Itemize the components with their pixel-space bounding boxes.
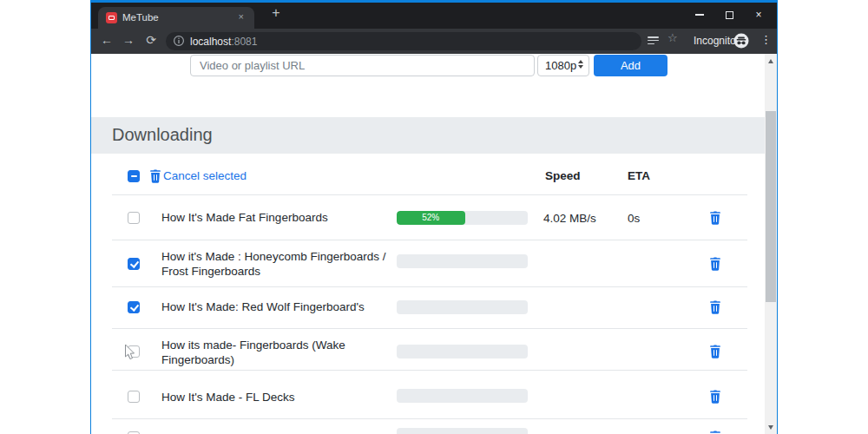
url-port: :8081 — [231, 36, 257, 48]
back-icon[interactable]: ← — [99, 33, 115, 47]
progress-bar — [397, 300, 528, 314]
reload-icon[interactable]: ⟳ — [143, 33, 159, 47]
row-checkbox[interactable] — [128, 258, 140, 270]
section-header: Downloading — [91, 117, 765, 154]
browser-menu-icon[interactable]: ⋮ — [760, 33, 772, 46]
info-icon[interactable] — [173, 35, 185, 47]
progress-bar: 52% — [397, 211, 528, 225]
maximize-button[interactable] — [714, 3, 744, 27]
delete-button[interactable] — [709, 431, 721, 434]
maximize-icon — [726, 11, 733, 19]
divider — [112, 370, 747, 371]
speed-header: Speed — [545, 169, 581, 182]
quality-value: 1080p — [545, 59, 576, 72]
progress-label: 52% — [397, 213, 465, 222]
tab-close-icon[interactable]: × — [239, 11, 244, 22]
eta-cell: 0s — [628, 212, 640, 225]
new-tab-button[interactable]: + — [266, 5, 286, 21]
address-bar[interactable]: localhost:8081 — [166, 32, 641, 50]
delete-button[interactable] — [709, 257, 721, 271]
scrollbar-thumb[interactable] — [766, 111, 776, 302]
select-arrows-icon — [578, 60, 583, 69]
progress-bar — [397, 389, 528, 403]
incognito-label: Incognito — [694, 35, 736, 47]
titlebar: MeTube × + × — [91, 3, 777, 29]
download-title: How It's Made: Red Wolf Fingerboard's — [161, 299, 391, 314]
delete-button[interactable] — [709, 390, 721, 404]
url-text: localhost:8081 — [190, 36, 257, 48]
row-checkbox[interactable] — [128, 391, 140, 403]
page-content: 1080p Add Downloading Cancel selected Sp… — [91, 54, 765, 434]
scroll-up-icon[interactable] — [765, 54, 777, 68]
tab-title: MeTube — [122, 12, 159, 23]
eta-header: ETA — [628, 169, 650, 182]
row-checkbox[interactable] — [128, 301, 140, 313]
divider — [112, 194, 747, 195]
mouse-cursor — [124, 344, 136, 361]
row-checkbox[interactable] — [128, 212, 140, 224]
progress-bar — [397, 428, 528, 434]
video-url-input[interactable] — [190, 55, 535, 76]
download-title: How it's Made : Honeycomb Fingerboards /… — [161, 249, 391, 279]
close-button[interactable]: × — [744, 3, 773, 27]
cancel-trash-icon[interactable] — [149, 169, 161, 183]
download-title: How its made- Fingerboards (Wake Fingerb… — [161, 338, 391, 367]
delete-button[interactable] — [709, 211, 721, 225]
download-title: How It's Made Fat Fingerboards — [161, 210, 391, 225]
cancel-selected-link[interactable]: Cancel selected — [163, 169, 247, 182]
section-title: Downloading — [112, 125, 213, 145]
divider — [112, 328, 747, 329]
incognito-icon — [733, 33, 749, 49]
speed-cell: 4.02 MB/s — [543, 212, 596, 225]
minimize-icon — [695, 14, 704, 15]
add-button-label: Add — [621, 59, 641, 72]
select-all-checkbox[interactable] — [128, 170, 140, 182]
delete-button[interactable] — [709, 345, 721, 358]
metube-favicon-icon — [106, 12, 117, 23]
bookmark-star-icon[interactable]: ☆ — [667, 31, 678, 44]
delete-button[interactable] — [709, 300, 721, 314]
divider — [112, 286, 747, 287]
quality-select[interactable]: 1080p — [537, 55, 589, 76]
progress-bar — [397, 345, 528, 358]
menu-lines-icon[interactable] — [648, 36, 659, 46]
forward-icon[interactable]: → — [121, 33, 136, 47]
add-button[interactable]: Add — [594, 55, 667, 76]
divider — [112, 418, 747, 419]
page-scrollbar[interactable] — [765, 54, 777, 434]
minimize-button[interactable] — [685, 3, 714, 27]
progress-bar — [397, 254, 528, 268]
browser-tab[interactable]: MeTube × — [98, 7, 254, 29]
close-icon: × — [755, 9, 761, 21]
browser-window: MeTube × + × ← → ⟳ localhost:8081 ☆ Inco… — [90, 0, 778, 434]
url-host: localhost — [190, 36, 231, 48]
download-title: How It's Made - FL Decks — [161, 390, 391, 404]
divider — [112, 240, 747, 240]
browser-toolbar: ← → ⟳ localhost:8081 ☆ Incognito ⋮ — [91, 29, 777, 54]
scroll-down-icon[interactable] — [765, 420, 777, 434]
